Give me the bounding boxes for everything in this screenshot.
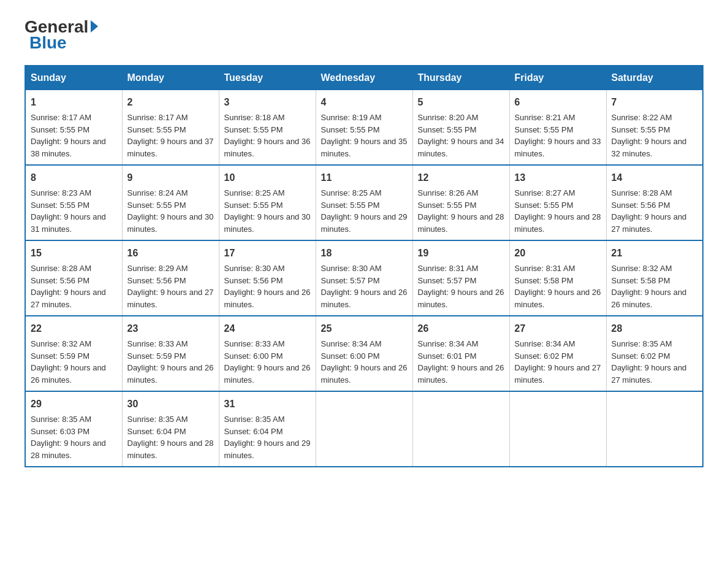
calendar-cell: 2Sunrise: 8:17 AMSunset: 5:55 PMDaylight… [122,90,219,166]
logo: General Blue [25,18,98,53]
day-number: 28 [612,321,698,336]
day-number: 18 [321,246,408,261]
day-number: 10 [224,170,311,185]
calendar-cell: 29Sunrise: 8:35 AMSunset: 6:03 PMDayligh… [25,391,122,467]
day-info: Sunrise: 8:20 AMSunset: 5:55 PMDaylight:… [418,113,504,158]
day-info: Sunrise: 8:22 AMSunset: 5:55 PMDaylight:… [612,113,687,158]
calendar-header-tuesday: Tuesday [219,66,316,90]
calendar-week-1: 1Sunrise: 8:17 AMSunset: 5:55 PMDaylight… [25,90,703,166]
day-number: 31 [224,397,311,412]
day-info: Sunrise: 8:33 AMSunset: 6:00 PMDaylight:… [224,339,311,385]
calendar-cell: 16Sunrise: 8:29 AMSunset: 5:56 PMDayligh… [122,240,219,316]
calendar-header-row: SundayMondayTuesdayWednesdayThursdayFrid… [25,66,703,90]
calendar-cell: 11Sunrise: 8:25 AMSunset: 5:55 PMDayligh… [316,165,412,240]
calendar-header-saturday: Saturday [606,66,703,90]
calendar-cell: 18Sunrise: 8:30 AMSunset: 5:57 PMDayligh… [316,240,412,316]
calendar-cell: 30Sunrise: 8:35 AMSunset: 6:04 PMDayligh… [122,391,219,467]
day-info: Sunrise: 8:25 AMSunset: 5:55 PMDaylight:… [321,188,408,234]
day-number: 27 [515,321,601,336]
calendar-table: SundayMondayTuesdayWednesdayThursdayFrid… [25,65,703,467]
day-number: 12 [418,170,504,185]
calendar-cell: 8Sunrise: 8:23 AMSunset: 5:55 PMDaylight… [25,165,122,240]
calendar-header-friday: Friday [509,66,606,90]
day-number: 2 [127,95,214,110]
calendar-cell: 17Sunrise: 8:30 AMSunset: 5:56 PMDayligh… [219,240,316,316]
calendar-week-3: 15Sunrise: 8:28 AMSunset: 5:56 PMDayligh… [25,240,703,316]
calendar-cell: 10Sunrise: 8:25 AMSunset: 5:55 PMDayligh… [219,165,316,240]
day-number: 16 [127,246,214,261]
calendar-header-wednesday: Wednesday [316,66,412,90]
day-info: Sunrise: 8:33 AMSunset: 5:59 PMDaylight:… [127,339,214,385]
day-number: 13 [515,170,601,185]
day-number: 11 [321,170,408,185]
day-info: Sunrise: 8:24 AMSunset: 5:55 PMDaylight:… [127,188,214,234]
day-info: Sunrise: 8:23 AMSunset: 5:55 PMDaylight:… [31,188,106,234]
day-info: Sunrise: 8:32 AMSunset: 5:59 PMDaylight:… [31,339,106,385]
day-info: Sunrise: 8:34 AMSunset: 6:01 PMDaylight:… [418,339,504,385]
calendar-cell: 24Sunrise: 8:33 AMSunset: 6:00 PMDayligh… [219,316,316,391]
logo-blue-text: Blue [29,33,67,53]
calendar-cell: 3Sunrise: 8:18 AMSunset: 5:55 PMDaylight… [219,90,316,166]
day-number: 29 [31,397,117,412]
calendar-cell: 14Sunrise: 8:28 AMSunset: 5:56 PMDayligh… [606,165,703,240]
day-info: Sunrise: 8:21 AMSunset: 5:55 PMDaylight:… [515,113,601,158]
logo-triangle-icon [91,20,98,33]
day-number: 7 [612,95,698,110]
day-number: 23 [127,321,214,336]
day-info: Sunrise: 8:35 AMSunset: 6:03 PMDaylight:… [31,415,106,460]
calendar-header-monday: Monday [122,66,219,90]
calendar-cell: 4Sunrise: 8:19 AMSunset: 5:55 PMDaylight… [316,90,412,166]
day-number: 15 [31,246,117,261]
calendar-cell: 5Sunrise: 8:20 AMSunset: 5:55 PMDaylight… [412,90,509,166]
day-number: 26 [418,321,504,336]
day-number: 6 [515,95,601,110]
calendar-cell: 23Sunrise: 8:33 AMSunset: 5:59 PMDayligh… [122,316,219,391]
day-number: 3 [224,95,311,110]
calendar-cell: 12Sunrise: 8:26 AMSunset: 5:55 PMDayligh… [412,165,509,240]
day-info: Sunrise: 8:34 AMSunset: 6:02 PMDaylight:… [515,339,601,385]
day-number: 30 [127,397,214,412]
calendar-cell: 31Sunrise: 8:35 AMSunset: 6:04 PMDayligh… [219,391,316,467]
day-number: 24 [224,321,311,336]
calendar-cell [316,391,412,467]
calendar-cell: 26Sunrise: 8:34 AMSunset: 6:01 PMDayligh… [412,316,509,391]
day-number: 17 [224,246,311,261]
calendar-cell: 25Sunrise: 8:34 AMSunset: 6:00 PMDayligh… [316,316,412,391]
calendar-cell: 1Sunrise: 8:17 AMSunset: 5:55 PMDaylight… [25,90,122,166]
day-info: Sunrise: 8:35 AMSunset: 6:02 PMDaylight:… [612,339,687,385]
day-info: Sunrise: 8:25 AMSunset: 5:55 PMDaylight:… [224,188,311,234]
calendar-week-2: 8Sunrise: 8:23 AMSunset: 5:55 PMDaylight… [25,165,703,240]
calendar-cell: 19Sunrise: 8:31 AMSunset: 5:57 PMDayligh… [412,240,509,316]
day-info: Sunrise: 8:31 AMSunset: 5:58 PMDaylight:… [515,264,601,309]
calendar-cell: 20Sunrise: 8:31 AMSunset: 5:58 PMDayligh… [509,240,606,316]
calendar-cell: 6Sunrise: 8:21 AMSunset: 5:55 PMDaylight… [509,90,606,166]
calendar-cell: 27Sunrise: 8:34 AMSunset: 6:02 PMDayligh… [509,316,606,391]
calendar-cell: 15Sunrise: 8:28 AMSunset: 5:56 PMDayligh… [25,240,122,316]
day-info: Sunrise: 8:31 AMSunset: 5:57 PMDaylight:… [418,264,504,309]
page-header: General Blue [25,18,703,53]
calendar-cell: 22Sunrise: 8:32 AMSunset: 5:59 PMDayligh… [25,316,122,391]
calendar-header-thursday: Thursday [412,66,509,90]
day-info: Sunrise: 8:19 AMSunset: 5:55 PMDaylight:… [321,113,408,158]
calendar-cell: 28Sunrise: 8:35 AMSunset: 6:02 PMDayligh… [606,316,703,391]
calendar-cell: 9Sunrise: 8:24 AMSunset: 5:55 PMDaylight… [122,165,219,240]
day-number: 20 [515,246,601,261]
day-number: 4 [321,95,408,110]
calendar-cell [412,391,509,467]
day-number: 25 [321,321,408,336]
day-number: 19 [418,246,504,261]
day-info: Sunrise: 8:17 AMSunset: 5:55 PMDaylight:… [31,113,106,158]
day-number: 1 [31,95,117,110]
day-info: Sunrise: 8:27 AMSunset: 5:55 PMDaylight:… [515,188,601,234]
day-number: 8 [31,170,117,185]
calendar-cell [509,391,606,467]
day-info: Sunrise: 8:35 AMSunset: 6:04 PMDaylight:… [127,415,214,460]
calendar-header-sunday: Sunday [25,66,122,90]
day-number: 5 [418,95,504,110]
day-info: Sunrise: 8:17 AMSunset: 5:55 PMDaylight:… [127,113,214,158]
day-info: Sunrise: 8:28 AMSunset: 5:56 PMDaylight:… [31,264,106,309]
day-number: 22 [31,321,117,336]
day-info: Sunrise: 8:34 AMSunset: 6:00 PMDaylight:… [321,339,408,385]
calendar-cell: 7Sunrise: 8:22 AMSunset: 5:55 PMDaylight… [606,90,703,166]
day-info: Sunrise: 8:30 AMSunset: 5:56 PMDaylight:… [224,264,311,309]
